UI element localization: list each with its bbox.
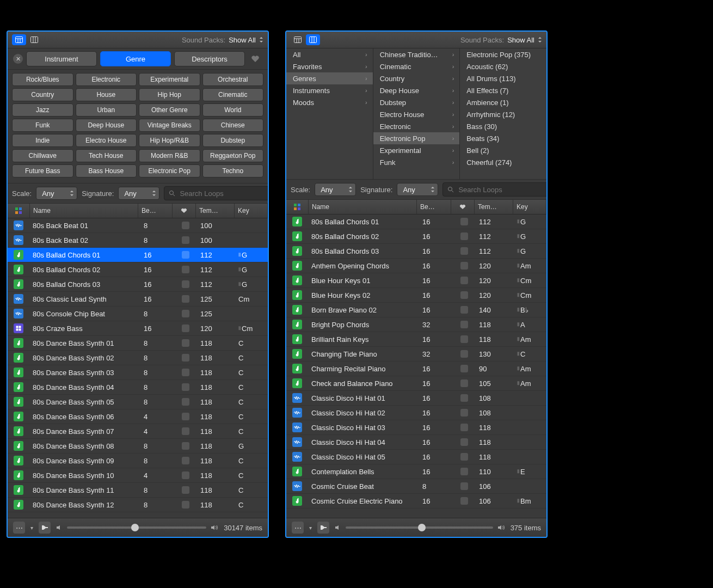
column-item[interactable]: Favorites› <box>286 60 373 72</box>
keyword-button[interactable]: Techno <box>202 164 264 177</box>
keyword-button[interactable]: Dubstep <box>202 134 264 147</box>
column-item[interactable]: Cinematic› <box>373 60 460 72</box>
favorite-checkbox[interactable] <box>460 409 468 416</box>
favorite-checkbox[interactable] <box>182 236 189 244</box>
favorite-checkbox[interactable] <box>182 222 189 229</box>
keyword-button[interactable]: Hip Hop <box>139 88 200 101</box>
favorite-checkbox[interactable] <box>460 438 468 446</box>
loop-row[interactable]: Classic Disco Hi Hat 0316118 <box>286 420 546 435</box>
column-item[interactable]: Funk› <box>373 156 460 168</box>
favorite-checkbox[interactable] <box>182 266 189 273</box>
loop-row[interactable]: 80s Ballad Chords 0216112⦀G <box>8 262 268 277</box>
favorite-checkbox[interactable] <box>182 251 189 259</box>
favorite-checkbox[interactable] <box>182 324 189 332</box>
column-item[interactable]: Acoustic (62) <box>460 60 546 72</box>
tab-descriptors[interactable]: Descriptors <box>174 51 245 66</box>
search-field[interactable] <box>442 182 548 197</box>
volume-slider[interactable] <box>346 526 493 529</box>
col-fav[interactable] <box>173 204 196 218</box>
favorite-checkbox[interactable] <box>182 339 189 347</box>
col-fav[interactable] <box>451 200 475 214</box>
loop-row[interactable]: Classic Disco Hi Hat 0116108 <box>286 391 546 406</box>
favorite-checkbox[interactable] <box>460 321 468 328</box>
keyword-button[interactable]: Electronic <box>76 73 137 86</box>
favorite-checkbox[interactable] <box>460 350 468 358</box>
col-beats[interactable]: Be… <box>417 200 451 214</box>
tab-instrument[interactable]: Instrument <box>26 51 97 66</box>
favorite-checkbox[interactable] <box>460 468 468 475</box>
loop-row[interactable]: 80s Dance Bass Synth 118118C <box>8 483 268 498</box>
volume-slider[interactable] <box>67 526 206 529</box>
column-item[interactable]: Arrhythmic (12) <box>460 108 546 120</box>
loop-actions-menu[interactable]: ⋯ <box>292 522 304 534</box>
favorite-checkbox[interactable] <box>182 486 189 494</box>
category-column[interactable]: All›Favorites›Genres›Instruments›Moods› <box>286 48 373 179</box>
favorite-checkbox[interactable] <box>460 306 468 314</box>
loop-row[interactable]: 80s Dance Bass Synth 048118C <box>8 380 268 395</box>
loop-row[interactable]: 80s Ballad Chords 0116112⦀G <box>8 248 268 262</box>
keyword-button[interactable]: Orchestral <box>202 73 264 86</box>
scale-dropdown[interactable]: Any <box>315 183 356 196</box>
tab-genre[interactable]: Genre <box>100 51 171 66</box>
favorite-checkbox[interactable] <box>182 501 189 509</box>
column-item[interactable]: Experimental› <box>373 144 460 156</box>
loop-row[interactable]: 80s Dance Bass Synth 074118C <box>8 424 268 439</box>
loop-row[interactable]: 80s Dance Bass Synth 038118C <box>8 365 268 380</box>
keyword-button[interactable]: Deep House <box>76 119 137 132</box>
preview-play-button[interactable] <box>39 522 51 534</box>
keyword-button[interactable]: Modern R&B <box>139 149 200 162</box>
keyword-button[interactable]: Country <box>12 88 73 101</box>
loop-row[interactable]: 80s Ballad Chords 0116112⦀G <box>286 215 546 229</box>
volume-knob[interactable] <box>418 524 426 531</box>
keyword-column[interactable]: Electronic Pop (375)Acoustic (62)All Dru… <box>460 48 546 179</box>
keyword-button[interactable]: Chillwave <box>12 149 73 162</box>
favorite-checkbox[interactable] <box>460 379 468 387</box>
keyword-button[interactable]: Other Genre <box>139 103 200 117</box>
column-view-toggle[interactable] <box>306 34 320 45</box>
loop-row[interactable]: 80s Dance Bass Synth 128118C <box>8 498 268 512</box>
keyword-button[interactable]: Cinematic <box>202 88 264 101</box>
search-input[interactable] <box>457 185 548 194</box>
col-beats[interactable]: Be… <box>138 204 173 218</box>
favorite-checkbox[interactable] <box>182 442 189 450</box>
loop-row[interactable]: 80s Dance Bass Synth 064118C <box>8 409 268 424</box>
column-item[interactable]: Electro House› <box>373 108 460 120</box>
loop-row[interactable]: 80s Dance Bass Synth 028118C <box>8 351 268 365</box>
favorite-checkbox[interactable] <box>182 413 189 420</box>
signature-dropdown[interactable]: Any <box>118 187 159 200</box>
favorite-checkbox[interactable] <box>182 295 189 303</box>
column-item[interactable]: Instruments› <box>286 84 373 96</box>
loop-row[interactable]: 80s Dance Bass Synth 088118G <box>8 439 268 454</box>
loop-row[interactable]: 80s Console Chip Beat8125 <box>8 307 268 321</box>
keyword-button[interactable]: Rock/Blues <box>12 73 73 86</box>
keyword-button[interactable]: Funk <box>12 119 73 132</box>
column-item[interactable]: Cheerful (274) <box>460 156 546 168</box>
keyword-button[interactable]: Reggaeton Pop <box>202 149 264 162</box>
loop-actions-menu[interactable]: ⋯ <box>13 522 25 534</box>
loop-row[interactable]: Born Brave Piano 0216140⦀B♭ <box>286 303 546 317</box>
col-tempo[interactable]: Tem… <box>196 204 235 218</box>
col-loop-types[interactable] <box>8 204 30 218</box>
favorite-checkbox[interactable] <box>460 335 468 343</box>
keyword-button[interactable]: Indie <box>12 134 73 147</box>
keyword-button[interactable]: Electronic Pop <box>139 164 200 177</box>
col-tempo[interactable]: Tem… <box>475 200 513 214</box>
favorite-checkbox[interactable] <box>182 354 189 362</box>
keyword-button[interactable]: Chinese <box>202 119 264 132</box>
loop-row[interactable]: 80s Dance Bass Synth 018118C <box>8 336 268 351</box>
loop-row[interactable]: Blue Hour Keys 0116120⦀Cm <box>286 273 546 288</box>
col-name[interactable]: Name <box>309 200 417 214</box>
keyword-button[interactable]: Hip Hop/R&B <box>139 134 200 147</box>
search-field[interactable] <box>164 186 269 200</box>
favorite-checkbox[interactable] <box>182 280 189 288</box>
loop-row[interactable]: 80s Dance Bass Synth 098118C <box>8 454 268 468</box>
loop-row[interactable]: 80s Back Beat 018100 <box>8 218 268 233</box>
favorite-checkbox[interactable] <box>182 457 189 464</box>
loop-row[interactable]: Cosmic Cruise Beat8106 <box>286 479 546 494</box>
col-name[interactable]: Name <box>30 204 138 218</box>
favorite-checkbox[interactable] <box>460 453 468 461</box>
signature-dropdown[interactable]: Any <box>397 183 438 196</box>
loop-row[interactable]: 80s Classic Lead Synth16125Cm <box>8 292 268 307</box>
preview-play-button[interactable] <box>317 522 329 534</box>
column-item[interactable]: Chinese Traditio…› <box>373 48 460 60</box>
